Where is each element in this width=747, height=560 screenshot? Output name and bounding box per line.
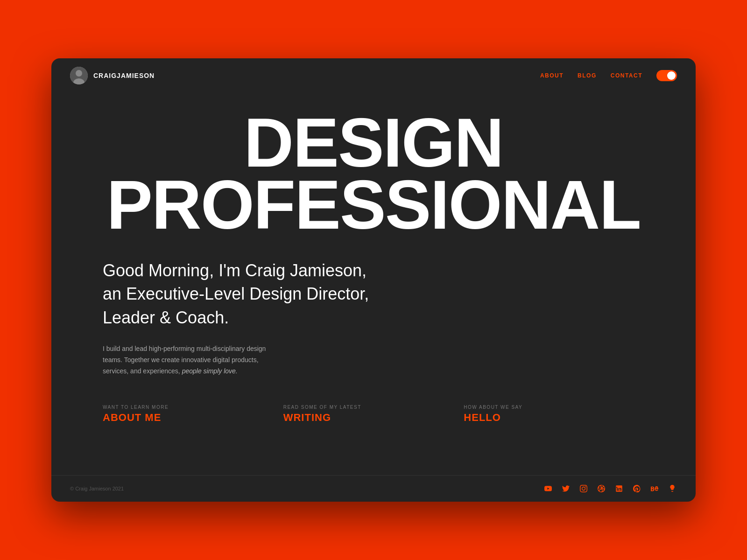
hero-section: DESIGN PROFESSIONAL Good Morning, I'm Cr…	[51, 93, 696, 476]
cta-hello-link[interactable]: HELLO	[464, 412, 644, 424]
hero-subtitle: Good Morning, I'm Craig Jamieson,an Exec…	[89, 259, 658, 329]
brand-name: CRAIGJAMIESON	[93, 72, 155, 79]
twitter-icon[interactable]	[561, 484, 571, 493]
cta-section: WANT TO LEARN MORE ABOUT ME READ SOME OF…	[89, 405, 658, 424]
cta-writing-label: READ SOME OF MY LATEST	[283, 405, 464, 410]
brand: CRAIGJAMIESON	[70, 67, 155, 84]
hero-title: DESIGN PROFESSIONAL	[89, 112, 658, 236]
cta-about: WANT TO LEARN MORE ABOUT ME	[103, 405, 283, 424]
avatar	[70, 67, 88, 84]
cta-writing: READ SOME OF MY LATEST WRITING	[283, 405, 464, 424]
cta-about-label: WANT TO LEARN MORE	[103, 405, 283, 410]
youtube-icon[interactable]	[543, 484, 553, 493]
idea-icon[interactable]	[668, 484, 677, 493]
cta-writing-link[interactable]: WRITING	[283, 412, 464, 424]
nav-links: ABOUT BLOG CONTACT	[540, 70, 677, 81]
navigation: CRAIGJAMIESON ABOUT BLOG CONTACT	[51, 58, 696, 93]
nav-blog[interactable]: BLOG	[578, 72, 597, 79]
toggle-knob	[667, 71, 676, 80]
hero-body: I build and lead high-performing multi-d…	[89, 343, 266, 377]
copyright: © Craig Jamieson 2021	[70, 486, 124, 491]
svg-point-1	[76, 70, 82, 77]
behance-icon[interactable]	[650, 484, 659, 493]
cta-hello: HOW ABOUT WE SAY HELLO	[464, 405, 644, 424]
cta-about-link[interactable]: ABOUT ME	[103, 412, 283, 424]
pinterest-icon[interactable]	[632, 484, 641, 493]
linkedin-icon[interactable]	[614, 484, 624, 493]
nav-contact[interactable]: CONTACT	[611, 72, 642, 79]
nav-about[interactable]: ABOUT	[540, 72, 564, 79]
cta-hello-label: HOW ABOUT WE SAY	[464, 405, 644, 410]
hero-body-em: people simply love.	[182, 367, 238, 375]
footer: © Craig Jamieson 2021	[51, 475, 696, 502]
hero-title-line2: PROFESSIONAL	[106, 166, 641, 243]
social-icons	[543, 484, 677, 493]
dribbble-icon[interactable]	[597, 484, 606, 493]
theme-toggle[interactable]	[656, 70, 677, 81]
instagram-icon[interactable]	[579, 484, 588, 493]
browser-window: CRAIGJAMIESON ABOUT BLOG CONTACT DESIGN …	[51, 58, 696, 502]
